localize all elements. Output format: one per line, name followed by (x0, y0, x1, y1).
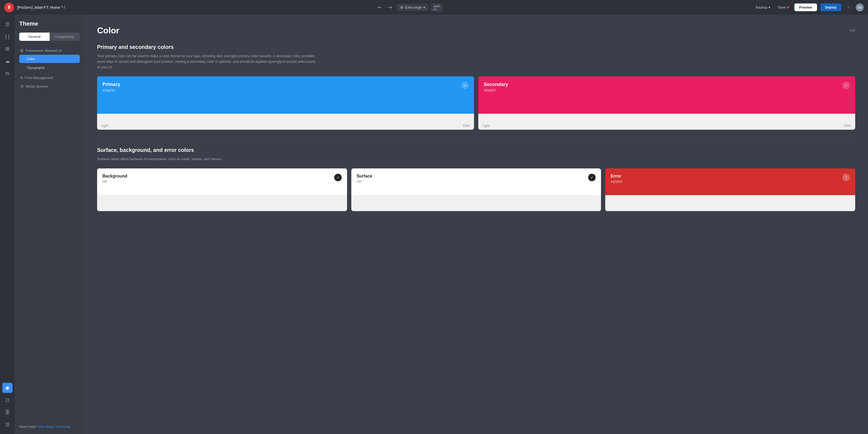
primary-card-top: Primary #09a7fa ✓ (97, 76, 474, 114)
other-section: A Font Management ⊡ Media Queries (19, 74, 80, 90)
monitor-icon: 🖥 (400, 5, 403, 9)
surface-card[interactable]: Surface #fff ✓ (351, 168, 601, 211)
framework-header[interactable]: ⊞ Framework: Material UI (19, 46, 80, 55)
error-card-bottom (605, 195, 855, 211)
settings-icon[interactable]: ☰ (2, 419, 12, 430)
section2-title: Surface, background, and error colors (97, 147, 855, 153)
sidebar-title: Theme (19, 20, 80, 27)
save-button[interactable]: Save (776, 4, 791, 10)
primary-card-bottom: Light Dark (97, 114, 474, 130)
tab-general[interactable]: General (19, 33, 50, 41)
background-card-name: Background (102, 174, 127, 179)
media-icon: ⊡ (20, 84, 24, 88)
content-area: Color <> Primary and secondary colors Yo… (84, 15, 868, 434)
backup-button[interactable]: Backup ▾ (753, 4, 772, 10)
secondary-color-card[interactable]: Secondary #f50057 ✓ Light Dark (478, 76, 855, 130)
secondary-light-label: Light (483, 124, 490, 127)
page-title: Color (97, 26, 120, 35)
background-card-bottom (97, 195, 347, 211)
error-card-hex: #d32f2f (611, 180, 622, 184)
framework-icon: ⊞ (20, 48, 24, 53)
viewport-selector[interactable]: 🖥 Extra large ▾ (397, 4, 428, 11)
undo-button[interactable]: ↩ (376, 3, 383, 12)
primary-light-label: Light (101, 124, 108, 127)
data-icon[interactable]: 🗄 (2, 407, 12, 417)
secondary-card-check: ✓ (842, 82, 850, 89)
deploy-button[interactable]: Deploy (820, 3, 841, 11)
secondary-card-info: Secondary #f50057 (484, 82, 508, 92)
project-title: [ProServ] Jebel-FT: Home ^ / (17, 5, 65, 9)
section-divider (97, 138, 855, 139)
primary-card-name: Primary (102, 82, 120, 87)
primary-dark-label: Dark (463, 124, 470, 127)
section1-desc: Your primary color can be used to make a… (97, 53, 316, 70)
background-card-hex: #fff (102, 180, 127, 184)
tab-components[interactable]: Components (50, 33, 80, 41)
framework-section: ⊞ Framework: Material UI Color Typograph… (19, 46, 80, 72)
help-link[interactable]: Visit 8base University (38, 425, 71, 429)
components-icon[interactable]: { } (2, 31, 12, 41)
error-card-name: Error (611, 174, 622, 179)
chevron-down-icon: ▾ (769, 5, 770, 9)
logo: 8 (4, 3, 14, 12)
section1-title: Primary and secondary colors (97, 44, 855, 50)
surface-card-hex: #fff (356, 180, 372, 184)
save-dot (787, 6, 789, 8)
icon-rail: ☰ { } ⊞ ☁ fx ◉ ⊡ 🗄 ☰ (0, 15, 15, 434)
redo-button[interactable]: ↪ (386, 3, 394, 12)
primary-card-hex: #09a7fa (102, 88, 120, 92)
background-card-check: ✓ (334, 174, 342, 181)
code-icon[interactable]: <> (849, 28, 855, 33)
font-mgmt-header[interactable]: A Font Management (19, 74, 80, 82)
preview-button[interactable]: Preview (795, 3, 817, 11)
secondary-dark-label: Dark (844, 124, 851, 127)
error-card-top: Error #d32f2f ! (605, 168, 855, 195)
avatar: SS (856, 3, 864, 11)
background-card[interactable]: Background #fff ✓ (97, 168, 347, 211)
sidebar-bottom: Need help? Visit 8base University (19, 425, 80, 429)
framework-label: Framework: Material UI (26, 49, 62, 53)
chevron-down-icon: ▾ (423, 5, 425, 9)
secondary-card-hex: #f50057 (484, 88, 508, 92)
help-button[interactable]: ? (844, 3, 852, 11)
font-mgmt-label: Font Management (25, 76, 53, 80)
error-card[interactable]: Error #d32f2f ! (605, 168, 855, 211)
typography-label: Typography (27, 66, 45, 70)
section2-desc: Surface colors affect surfaces of compon… (97, 156, 316, 162)
auto-input[interactable]: auto ▴▾ (431, 3, 442, 11)
media-queries-header[interactable]: ⊡ Media Queries (19, 82, 80, 90)
layouts-icon[interactable]: ⊞ (2, 44, 12, 54)
pages-icon[interactable]: ☰ (2, 19, 12, 29)
primary-card-check: ✓ (461, 82, 469, 89)
sidebar: Theme General Components ⊞ Framework: Ma… (15, 15, 84, 434)
secondary-card-bottom: Light Dark (478, 114, 855, 130)
background-card-info: Background #fff (102, 174, 127, 184)
topbar: 8 [ProServ] Jebel-FT: Home ^ / ↩ ↪ 🖥 Ext… (0, 0, 868, 15)
secondary-card-top: Secondary #f50057 ✓ (478, 76, 855, 114)
primary-card-info: Primary #09a7fa (102, 82, 120, 92)
primary-secondary-cards: Primary #09a7fa ✓ Light Dark Secondary #… (97, 76, 855, 130)
sidebar-tabs: General Components (19, 33, 80, 41)
background-card-top: Background #fff ✓ (97, 168, 347, 195)
fx-icon[interactable]: fx (2, 68, 12, 79)
primary-color-card[interactable]: Primary #09a7fa ✓ Light Dark (97, 76, 474, 130)
font-icon: A (20, 76, 23, 80)
sidebar-item-typography[interactable]: Typography (19, 63, 80, 72)
secondary-card-name: Secondary (484, 82, 508, 87)
content-header: Color <> (97, 26, 855, 35)
error-card-info: Error #d32f2f (611, 174, 622, 184)
surface-card-bottom (351, 195, 601, 211)
media-queries-label: Media Queries (26, 84, 48, 88)
main-layout: ☰ { } ⊞ ☁ fx ◉ ⊡ 🗄 ☰ Theme General Compo… (0, 15, 868, 434)
surface-card-name: Surface (356, 174, 372, 179)
surface-card-info: Surface #fff (356, 174, 372, 184)
cloud-icon[interactable]: ☁ (2, 56, 12, 66)
error-card-icon: ! (842, 174, 850, 181)
surface-cards: Background #fff ✓ Surface #fff ✓ (97, 168, 855, 211)
media-icon[interactable]: ⊡ (2, 395, 12, 405)
sidebar-item-color[interactable]: Color (19, 55, 80, 63)
surface-card-top: Surface #fff ✓ (351, 168, 601, 195)
color-label: Color (27, 57, 35, 61)
surface-card-check: ✓ (588, 174, 596, 181)
theme-icon[interactable]: ◉ (2, 383, 12, 393)
